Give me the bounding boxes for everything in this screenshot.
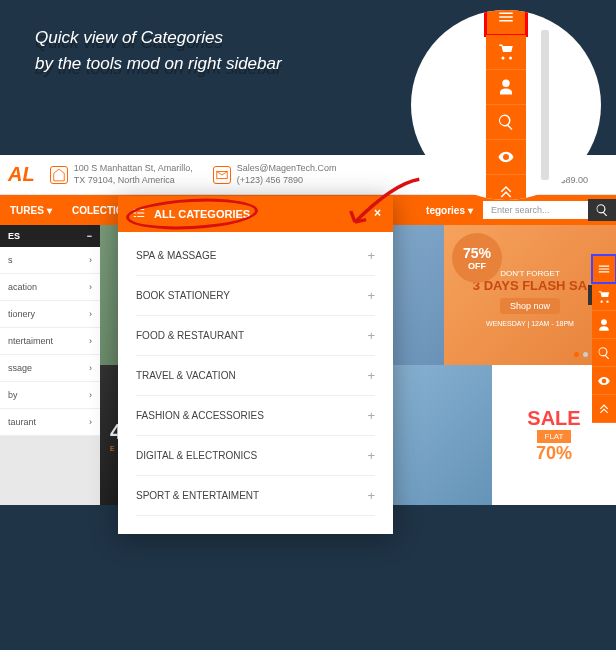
sidebar-item[interactable]: taurant› bbox=[0, 409, 100, 436]
chevron-down-icon: ▾ bbox=[47, 205, 52, 216]
sidebar-item[interactable]: ntertaiment› bbox=[0, 328, 100, 355]
logo: AL bbox=[8, 163, 35, 186]
zoom-menu-icon bbox=[486, 10, 526, 35]
plus-icon: + bbox=[367, 248, 375, 263]
all-categories-modal: ALL CATEGORIES × SPA & MASSAGE+ BOOK STA… bbox=[118, 196, 393, 534]
right-tools-sidebar bbox=[592, 255, 616, 423]
sidebar-item[interactable]: ssage› bbox=[0, 355, 100, 382]
zoom-search-icon bbox=[486, 105, 526, 140]
zoom-lens bbox=[411, 10, 601, 200]
left-category-sidebar: ES− s› acation› tionery› ntertaiment› ss… bbox=[0, 225, 100, 436]
category-item[interactable]: TRAVEL & VACATION+ bbox=[136, 356, 375, 396]
chevron-right-icon: › bbox=[89, 282, 92, 292]
plus-icon: + bbox=[367, 288, 375, 303]
tool-menu-icon[interactable] bbox=[592, 255, 616, 283]
plus-icon: + bbox=[367, 368, 375, 383]
zoom-eye-icon bbox=[486, 140, 526, 175]
tool-top-icon[interactable] bbox=[592, 395, 616, 423]
sidebar-item[interactable]: tionery› bbox=[0, 301, 100, 328]
chevron-down-icon: ▾ bbox=[468, 205, 473, 216]
zoom-top-icon bbox=[486, 175, 526, 200]
plus-icon: + bbox=[367, 488, 375, 503]
annotation-caption: Quick view of Categories by the tools mo… bbox=[35, 25, 282, 76]
zoom-user-icon bbox=[486, 70, 526, 105]
chevron-right-icon: › bbox=[89, 309, 92, 319]
address-block: 100 S Manhattan St, Amarillo,TX 79104, N… bbox=[50, 163, 193, 186]
tool-search-icon[interactable] bbox=[592, 339, 616, 367]
search-input[interactable]: Enter search... bbox=[483, 201, 588, 219]
plus-icon: + bbox=[367, 328, 375, 343]
chevron-right-icon: › bbox=[89, 336, 92, 346]
category-item[interactable]: FOOD & RESTAURANT+ bbox=[136, 316, 375, 356]
sidebar-item[interactable]: acation› bbox=[0, 274, 100, 301]
flash-sale-banner[interactable]: 75%OFF DON'T FORGET 3 DAYS FLASH SA Shop… bbox=[444, 225, 616, 365]
sidebar-item[interactable]: s› bbox=[0, 247, 100, 274]
category-item[interactable]: FASHION & ACCESSORIES+ bbox=[136, 396, 375, 436]
sidebar-header[interactable]: ES− bbox=[0, 225, 100, 247]
chevron-right-icon: › bbox=[89, 417, 92, 427]
sidebar-item[interactable]: by› bbox=[0, 382, 100, 409]
chevron-right-icon: › bbox=[89, 255, 92, 265]
discount-badge: 75%OFF bbox=[452, 233, 502, 283]
plus-icon: + bbox=[367, 448, 375, 463]
category-item[interactable]: SPORT & ENTERTAIMENT+ bbox=[136, 476, 375, 516]
plus-icon: + bbox=[367, 408, 375, 423]
category-item[interactable]: SPA & MASSAGE+ bbox=[136, 236, 375, 276]
chevron-right-icon: › bbox=[89, 363, 92, 373]
annotation-arrow bbox=[340, 175, 430, 239]
shop-now-button[interactable]: Shop now bbox=[500, 298, 560, 314]
category-item[interactable]: DIGITAL & ELECTRONICS+ bbox=[136, 436, 375, 476]
tool-eye-icon[interactable] bbox=[592, 367, 616, 395]
zoom-scrollbar bbox=[541, 30, 549, 180]
list-icon bbox=[132, 206, 146, 222]
location-icon bbox=[50, 166, 68, 184]
nav-features[interactable]: TURES ▾ bbox=[0, 205, 62, 216]
contact-block: Sales@MagenTech.Com(+123) 456 7890 bbox=[213, 163, 337, 186]
tool-user-icon[interactable] bbox=[592, 311, 616, 339]
tool-cart-icon[interactable] bbox=[592, 283, 616, 311]
mail-icon bbox=[213, 166, 231, 184]
minus-icon: − bbox=[87, 231, 92, 241]
search-button[interactable] bbox=[588, 199, 616, 221]
zoom-cart-icon bbox=[486, 35, 526, 70]
category-item[interactable]: BOOK STATIONERY+ bbox=[136, 276, 375, 316]
chevron-right-icon: › bbox=[89, 390, 92, 400]
modal-title: ALL CATEGORIES bbox=[154, 208, 250, 220]
